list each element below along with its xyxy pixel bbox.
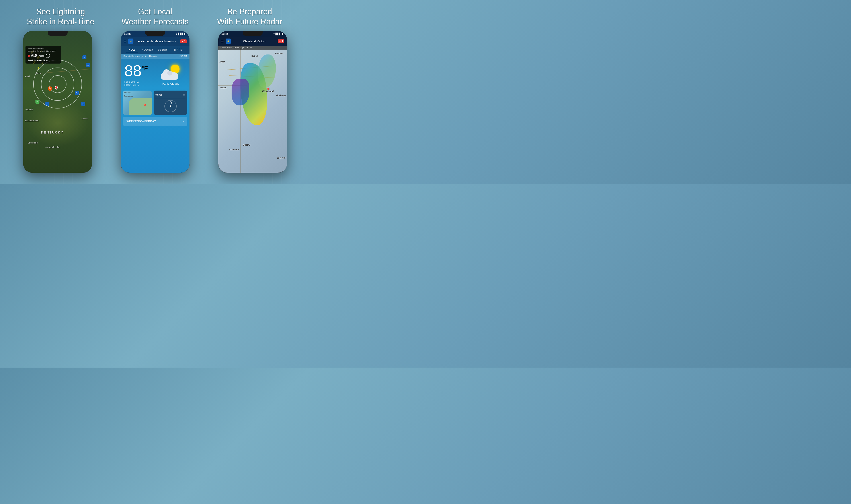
nav-bar-3: ☰ ⚡ Cleveland, Ohio ▾ ▲ 4 xyxy=(218,37,287,46)
map-widget-bg: 📍 USETTS Providence xyxy=(123,91,152,115)
city-arbor: Arbor xyxy=(220,61,225,63)
dropdown-3[interactable]: ▾ xyxy=(264,40,265,42)
app-logo-3: ⚡ xyxy=(226,38,231,44)
temp-display: 88 °F xyxy=(124,63,155,78)
tab-maps[interactable]: MAPS xyxy=(171,47,186,53)
section-title-radar: Be Prepared With Future Radar xyxy=(202,7,297,26)
cloud-shape xyxy=(161,72,178,80)
phone-lightning: 11:45 ▾ ▋▋▋ ▮ ← Louisville, Kentucky ▾ ▲… xyxy=(23,31,92,173)
status-bar-3: 11:45 ▾ ▋▋▋ ▮ xyxy=(218,31,287,37)
seek-shelter-text: Seek Shelter Now xyxy=(28,59,59,62)
selected-location-label: Selected Location xyxy=(28,48,59,50)
map-label-leitchfield: Leitchfield xyxy=(28,142,38,144)
status-icons-2: ▾ ▋▋▋ ▮ xyxy=(176,33,186,35)
hamburger-icon-3[interactable]: ☰ xyxy=(221,39,224,43)
city-name-3[interactable]: Cleveland, Ohio xyxy=(243,40,264,43)
wind-label: Wind xyxy=(155,93,162,96)
phone-screen-lightning: 11:45 ▾ ▋▋▋ ▮ ← Louisville, Kentucky ▾ ▲… xyxy=(23,31,92,173)
radar-purple-area xyxy=(231,79,249,105)
compass-north: N xyxy=(170,100,171,102)
radar-date: 08/25/21 | 03:05 PM xyxy=(234,47,252,49)
road-shield-64b: 64 xyxy=(81,102,85,106)
city-name-2[interactable]: Yarmouth, Massachusetts xyxy=(140,40,174,43)
map-widget[interactable]: 📍 USETTS Providence xyxy=(123,91,152,115)
map-label-providence: Providence xyxy=(124,95,133,97)
station-bar: Barnstable Municipal Arpt Hyannis 1:56 P… xyxy=(121,54,190,59)
city-west: WEST xyxy=(277,157,286,159)
signal-icon-3: ▋▋▋ xyxy=(276,33,281,35)
status-icons-3: ▾ ▋▋▋ ▮ xyxy=(274,33,283,35)
map-label-danvil: Danvil xyxy=(82,118,88,120)
radar-info-bar: Future Radar | 08/25/21 | 03:05 PM xyxy=(218,46,287,50)
page-wrapper: See Lightning Strike in Real-Time Get Lo… xyxy=(0,0,310,184)
city-detroit: Detroit xyxy=(251,55,258,57)
weather-widgets: 📍 USETTS Providence Wind ✏ N xyxy=(123,91,187,115)
city-ohio: OHIO xyxy=(243,144,251,146)
map-land xyxy=(129,98,152,115)
location-row-3: Cleveland, Ohio ▾ xyxy=(233,40,276,43)
city-toledo: Toledo xyxy=(220,87,226,89)
status-time-2: 11:45 xyxy=(124,32,131,35)
phone-screen-weather: 11:45 ▾ ▋▋▋ ▮ ☰ ⚡ ▶ Yarmouth, Massachuse… xyxy=(121,31,190,173)
section-title-weather: Get Local Weather Forecasts xyxy=(108,7,203,26)
cleveland-map-pin: 📍 xyxy=(266,88,271,92)
widget-map-pin: 📍 xyxy=(142,103,147,108)
road-shield-65: 65 xyxy=(35,100,39,104)
tab-now[interactable]: NOW xyxy=(124,47,140,53)
nav-bar-2: ☰ ⚡ ▶ Yarmouth, Massachusetts ▾ ▲ 1 xyxy=(121,37,190,46)
weather-details: Feels Like: 93° Hi 88° | Lo 70° xyxy=(124,80,155,86)
weather-icon-section: Partly Cloudy xyxy=(155,65,186,85)
storm-system-secondary xyxy=(258,54,276,88)
wind-widget: Wind ✏ N 9 xyxy=(154,91,187,115)
radar-map: Future Radar | 08/25/21 | 03:05 PM xyxy=(218,46,287,173)
lightning-alert-box: Selected Location closest strike in last… xyxy=(25,46,61,64)
hi-lo: Hi 88° | Lo 70° xyxy=(124,84,155,86)
condition-label: Partly Cloudy xyxy=(162,82,179,85)
city-london: London xyxy=(275,52,282,54)
phone-screen-radar: 11:45 ▾ ▋▋▋ ▮ ☰ ⚡ Cleveland, Ohio ▾ xyxy=(218,31,287,173)
location-pin-icon: ▶ xyxy=(138,40,140,43)
detail-btn[interactable]: › xyxy=(46,54,50,58)
partly-cloudy-icon xyxy=(161,65,180,80)
app-logo: ⚡ xyxy=(128,38,134,44)
map-label-kentucky: KENTUCKY xyxy=(41,131,64,134)
tabs-row-2: NOW HOURLY 10 DAY MAPS xyxy=(121,46,190,54)
temp-section: 88 °F Feels Like: 93° Hi 88° | Lo 70° xyxy=(124,63,155,87)
section-title-lightning: See Lightning Strike in Real-Time xyxy=(13,7,108,26)
map-label-salem: Salem xyxy=(35,72,41,74)
main-weather: 88 °F Feels Like: 93° Hi 88° | Lo 70° xyxy=(121,59,190,89)
radar-label: Future Radar | xyxy=(221,47,233,49)
weekend-label: WEEKEND/WEEKDAY xyxy=(126,120,156,123)
wind-header: Wind ✏ xyxy=(155,93,186,97)
map-label-elizabethtown: Elizabethtown xyxy=(25,120,38,122)
map-label-usetts: USETTS xyxy=(124,92,131,94)
tab-hourly[interactable]: HOURLY xyxy=(140,47,155,53)
feels-like: Feels Like: 93° xyxy=(124,80,155,83)
tab-10day[interactable]: 10 DAY xyxy=(155,47,171,53)
hamburger-icon[interactable]: ☰ xyxy=(123,39,126,43)
station-name: Barnstable Municipal Arpt Hyannis xyxy=(123,55,157,58)
map-label-padcliff: Padcliff xyxy=(25,108,33,111)
red-dot-indicator xyxy=(28,55,30,57)
alert-badge-3: ▲ 4 xyxy=(278,39,284,43)
map-label-campbellsville: Campbellsville xyxy=(46,146,59,148)
signal-icon-2: ▋▋▋ xyxy=(178,33,183,35)
status-bar-2: 11:45 ▾ ▋▋▋ ▮ xyxy=(121,31,190,37)
triangle-icon-2: ▲ xyxy=(181,40,184,42)
weekend-arrow-icon: › xyxy=(183,119,184,123)
temp-unit: °F xyxy=(142,65,148,72)
compass-widget: N 9 xyxy=(164,100,177,112)
phone-radar: 11:45 ▾ ▋▋▋ ▮ ☰ ⚡ Cleveland, Ohio ▾ xyxy=(218,31,287,173)
city-columbus: Columbus xyxy=(229,148,239,150)
status-time-3: 11:45 xyxy=(221,32,228,35)
wifi-icon-2: ▾ xyxy=(176,33,177,35)
alert-badge-2: ▲ 1 xyxy=(180,39,187,43)
edit-icon[interactable]: ✏ xyxy=(183,93,186,97)
weekend-weekday-row[interactable]: WEEKEND/WEEKDAY › xyxy=(123,117,187,126)
distance-unit: miles xyxy=(39,54,45,57)
distance-row: 6.8 miles › xyxy=(28,53,59,58)
map-label-paoli: Paoli xyxy=(25,75,30,77)
headers-row: See Lightning Strike in Real-Time Get Lo… xyxy=(0,0,310,31)
dropdown-2[interactable]: ▾ xyxy=(175,40,176,42)
battery-icon-2: ▮ xyxy=(184,33,186,35)
